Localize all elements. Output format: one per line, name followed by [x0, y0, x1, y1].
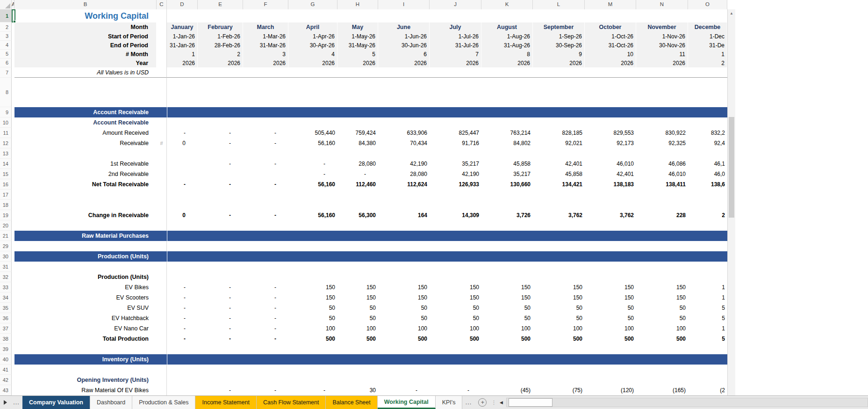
column-C-cell[interactable]	[157, 78, 167, 107]
column-header-H[interactable]: H	[337, 0, 378, 9]
data-cell[interactable]	[378, 272, 430, 282]
row-number-17[interactable]: 17	[0, 190, 12, 200]
data-cell[interactable]	[243, 220, 288, 231]
row-number-2[interactable]: 2	[0, 22, 12, 32]
column-C-cell[interactable]: #	[157, 138, 167, 148]
data-cell[interactable]	[288, 78, 337, 107]
data-cell[interactable]: 2026	[585, 58, 636, 67]
data-cell[interactable]	[167, 365, 198, 375]
data-cell[interactable]: October	[585, 22, 636, 32]
data-cell[interactable]	[688, 78, 727, 107]
data-cell[interactable]: 50	[337, 313, 378, 323]
data-cell[interactable]: 91,716	[430, 138, 481, 148]
data-cell[interactable]: 832,2	[688, 128, 727, 138]
data-cell[interactable]: 14,309	[430, 210, 481, 220]
data-cell[interactable]	[243, 117, 288, 128]
data-cell[interactable]: 50	[288, 313, 337, 323]
data-cell[interactable]: -	[288, 385, 337, 395]
data-cell[interactable]	[430, 200, 481, 210]
row-number-14[interactable]: 14	[0, 159, 12, 169]
data-cell[interactable]: 228	[636, 210, 688, 220]
data-cell[interactable]: 50	[533, 303, 585, 313]
data-cell[interactable]: 138,183	[585, 179, 636, 190]
column-header-K[interactable]: K	[481, 0, 533, 9]
data-cell[interactable]	[430, 148, 481, 159]
data-cell[interactable]: 100	[585, 323, 636, 334]
data-cell[interactable]	[688, 9, 727, 22]
data-cell[interactable]: 2026	[430, 58, 481, 67]
data-cell[interactable]: -	[243, 323, 288, 334]
data-cell[interactable]	[198, 272, 243, 282]
data-cell[interactable]: 2026	[636, 58, 688, 67]
data-cell[interactable]	[198, 190, 243, 200]
data-cell[interactable]	[430, 9, 481, 22]
data-cell[interactable]	[198, 344, 243, 354]
data-cell[interactable]	[243, 78, 288, 107]
sheet-tab-production-sales[interactable]: Production & Sales	[132, 396, 195, 409]
data-cell[interactable]	[378, 200, 430, 210]
data-cell[interactable]: 150	[430, 282, 481, 292]
data-cell[interactable]	[198, 262, 243, 272]
hscroll-left-icon[interactable]: ◀	[497, 396, 505, 409]
data-cell[interactable]	[636, 262, 688, 272]
data-cell[interactable]	[167, 169, 198, 179]
data-cell[interactable]	[533, 344, 585, 354]
column-C-cell[interactable]	[157, 262, 167, 272]
data-cell[interactable]	[430, 67, 481, 78]
horizontal-scrollbar-thumb[interactable]	[509, 398, 552, 407]
data-cell[interactable]	[430, 262, 481, 272]
row-label-cell[interactable]: Opening Inventory (Units)	[14, 375, 157, 385]
section-banner[interactable]: Raw Material Purchases	[14, 231, 727, 241]
data-cell[interactable]	[585, 200, 636, 210]
data-cell[interactable]	[533, 190, 585, 200]
row-label-cell[interactable]: Account Receivable	[14, 117, 157, 128]
sheet-tab-income-statement[interactable]: Income Statement	[195, 396, 256, 409]
data-cell[interactable]: May	[337, 22, 378, 32]
row-number-20[interactable]: 20	[0, 220, 12, 231]
data-cell[interactable]: -	[198, 334, 243, 344]
row-label-cell[interactable]: End of Period	[14, 41, 157, 50]
row-label-cell[interactable]	[14, 241, 157, 251]
data-cell[interactable]	[430, 190, 481, 200]
data-cell[interactable]: 1	[688, 50, 727, 58]
data-cell[interactable]: -	[198, 138, 243, 148]
sheet-tab-cash-flow-statement[interactable]: Cash Flow Statement	[257, 396, 326, 409]
data-cell[interactable]: 2026	[198, 58, 243, 67]
data-cell[interactable]	[243, 262, 288, 272]
column-C-cell[interactable]	[157, 303, 167, 313]
data-cell[interactable]	[167, 9, 198, 22]
sheet-tab-company-valuation[interactable]: Company Valuation	[22, 396, 90, 409]
data-cell[interactable]	[481, 67, 533, 78]
row-number-41[interactable]: 41	[0, 365, 12, 375]
data-cell[interactable]	[688, 365, 727, 375]
column-C-cell[interactable]	[157, 32, 167, 41]
data-cell[interactable]: 150	[337, 282, 378, 292]
data-cell[interactable]: 42,401	[585, 169, 636, 179]
data-cell[interactable]: 5	[688, 334, 727, 344]
data-cell[interactable]: 1-Sep-26	[533, 32, 585, 41]
select-all-corner[interactable]	[0, 0, 12, 9]
data-cell[interactable]: 31-Aug-26	[481, 41, 533, 50]
data-cell[interactable]	[533, 200, 585, 210]
data-cell[interactable]: 150	[585, 282, 636, 292]
column-header-M[interactable]: M	[585, 0, 636, 9]
data-cell[interactable]	[481, 9, 533, 22]
data-cell[interactable]: 829,553	[585, 128, 636, 138]
data-cell[interactable]	[337, 344, 378, 354]
data-cell[interactable]	[481, 375, 533, 385]
column-header-J[interactable]: J	[430, 0, 481, 9]
data-cell[interactable]	[533, 117, 585, 128]
row-number-35[interactable]: 35	[0, 303, 12, 313]
data-cell[interactable]: 45,858	[533, 169, 585, 179]
data-cell[interactable]: 9	[533, 50, 585, 58]
data-cell[interactable]	[636, 272, 688, 282]
column-C-cell[interactable]	[157, 385, 167, 395]
data-cell[interactable]: 100	[636, 323, 688, 334]
row-label-cell[interactable]: Raw Material Of EV Bikes	[14, 385, 157, 395]
data-cell[interactable]: 42,190	[378, 159, 430, 169]
sheet-tab-dashboard[interactable]: Dashboard	[90, 396, 132, 409]
row-label-cell[interactable]: # Month	[14, 50, 157, 58]
data-cell[interactable]	[378, 365, 430, 375]
vertical-scrollbar-thumb[interactable]	[729, 117, 734, 218]
data-cell[interactable]: 2026	[167, 58, 198, 67]
